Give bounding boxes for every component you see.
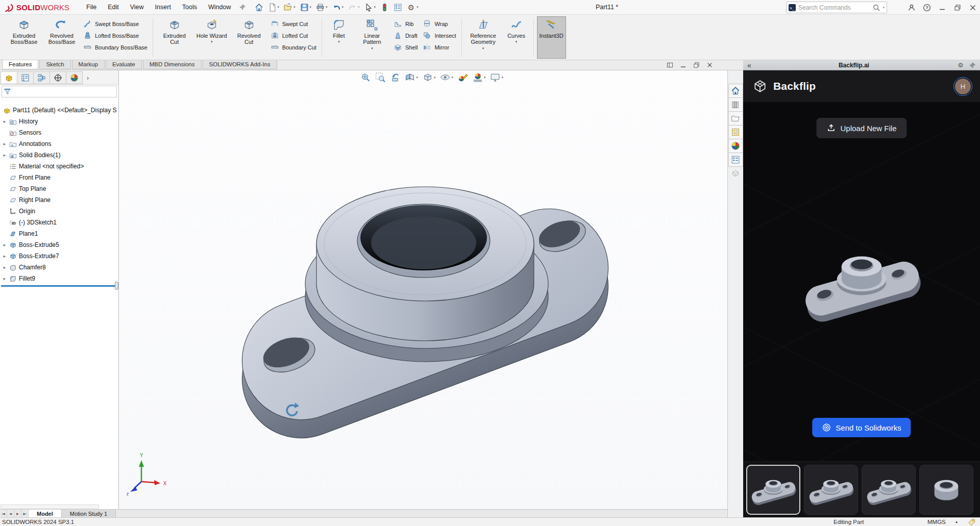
tag-icon[interactable]	[968, 518, 975, 526]
dropdown-caret-icon[interactable]: ▾	[516, 40, 518, 44]
tree-item-top-plane[interactable]: Top Plane	[0, 183, 118, 194]
tree-item-boss-extrude5[interactable]: ▸Boss-Extrude5	[0, 239, 118, 251]
redo-button[interactable]: ▾	[347, 2, 361, 13]
print-button[interactable]: ▾	[314, 2, 329, 13]
settings-button[interactable]: ⚙▾	[405, 2, 420, 13]
part-thumbnail-1[interactable]	[746, 465, 800, 515]
nav-previous-button[interactable]: ◀	[7, 510, 14, 517]
rib-button[interactable]: Rib	[391, 19, 420, 29]
headsup-view-settings-button[interactable]: ▾	[490, 72, 504, 83]
close-document-button[interactable]	[706, 62, 713, 68]
search-input[interactable]	[798, 4, 870, 11]
open-button[interactable]: ▾	[282, 2, 297, 13]
search-icon[interactable]	[872, 4, 880, 12]
tree-horizontal-scrollbar[interactable]	[1, 505, 99, 509]
close-window-button[interactable]	[969, 4, 977, 12]
tab-solidworks-add-ins[interactable]: SOLIDWORKS Add-Ins	[203, 60, 277, 69]
hole-wizard-button[interactable]: Hole Wizard▾	[194, 16, 230, 59]
panel-pin-icon[interactable]	[969, 62, 976, 69]
lofted-boss-base-button[interactable]: Lofted Boss/Base	[81, 31, 150, 40]
search-caret-icon[interactable]: ▾	[883, 6, 885, 10]
tree-item-boss-extrude7[interactable]: ▸Boss-Extrude7	[0, 251, 118, 262]
options-list-button[interactable]	[392, 2, 404, 13]
tree-item-annotations[interactable]: ▸AAnnotations	[0, 138, 118, 149]
user-account-button[interactable]	[908, 4, 916, 12]
tree-tab-displaymanager[interactable]	[66, 71, 83, 84]
extruded-boss-base-button[interactable]: Extruded Boss/Base	[6, 16, 42, 59]
boundary-cut-button[interactable]: Boundary Cut	[268, 42, 318, 52]
tree-tab-featuremanager-tree[interactable]	[1, 71, 17, 84]
tree-filter-field[interactable]	[2, 86, 117, 97]
collapse-panel-icon[interactable]: «	[747, 62, 751, 69]
swept-cut-button[interactable]: Swept Cut	[268, 19, 318, 29]
tree-item-history[interactable]: ▸History	[0, 116, 118, 127]
boundary-boss-base-button[interactable]: Boundary Boss/Base	[81, 42, 150, 52]
part-3d-model[interactable]	[119, 70, 727, 509]
tab-markup[interactable]: Markup	[72, 60, 105, 69]
part-thumbnail-4[interactable]	[919, 465, 973, 515]
dropdown-caret-icon[interactable]: ▾	[502, 76, 504, 80]
rebuild-button[interactable]	[379, 2, 390, 13]
fillet-button[interactable]: Fillet▾	[325, 16, 353, 59]
reference-geometry-button[interactable]: Reference Geometry▾	[465, 16, 502, 59]
rollback-bar[interactable]	[1, 285, 117, 287]
part-thumbnail-2[interactable]	[804, 465, 858, 515]
send-to-solidworks-button[interactable]: Send to Solidworks	[812, 418, 911, 437]
dropdown-caret-icon[interactable]: ▾	[310, 5, 312, 9]
dropdown-caret-icon[interactable]: ▾	[416, 76, 419, 80]
dropdown-caret-icon[interactable]: ▾	[371, 46, 373, 51]
menu-edit[interactable]: Edit	[102, 1, 125, 13]
wrap-button[interactable]: Wrap	[421, 19, 458, 29]
restore-window-button[interactable]	[953, 4, 962, 12]
nav-first-button[interactable]: |◀	[0, 510, 7, 517]
tab-motion-study-1[interactable]: Motion Study 1	[62, 510, 116, 517]
headsup-section-view-button[interactable]: ▾	[405, 72, 419, 83]
shell-button[interactable]: Shell	[391, 42, 420, 52]
tab-features[interactable]: Features	[2, 60, 38, 69]
dropdown-caret-icon[interactable]: ▾	[338, 40, 340, 44]
menu-tools[interactable]: Tools	[177, 1, 203, 13]
expand-arrow-icon[interactable]: ▸	[2, 141, 7, 146]
tree-tabs-expand-button[interactable]: ›	[82, 71, 93, 84]
instant3d-button[interactable]: Instant3D	[537, 16, 566, 59]
headsup-edit-appearance-button[interactable]	[457, 72, 468, 83]
backflip-3d-preview[interactable]: Upload New File Send to Solidworks	[743, 102, 980, 461]
taskpane-home-button[interactable]	[728, 84, 743, 98]
tab-sketch[interactable]: Sketch	[39, 60, 70, 69]
taskpane-appearances-button[interactable]	[728, 139, 743, 153]
expand-arrow-icon[interactable]: ▸	[2, 265, 7, 270]
curves-button[interactable]: Curves▾	[503, 16, 530, 59]
tree-item-plane1[interactable]: Plane1	[0, 228, 118, 239]
help-button[interactable]: ?	[923, 4, 931, 12]
headsup-apply-scene-button[interactable]: ▾	[472, 72, 486, 83]
graphics-area[interactable]: ▾▾▾▾▾ Y X z	[119, 70, 727, 509]
tree-item-chamfer8[interactable]: ▸Chamfer8	[0, 262, 118, 273]
tree-item-front-plane[interactable]: Front Plane	[0, 172, 118, 183]
tree-item-material-not-specified[interactable]: Material <not specified>	[0, 161, 118, 172]
taskpane-file-explorer-button[interactable]	[728, 111, 743, 126]
dropdown-caret-icon[interactable]: ▾	[342, 5, 344, 9]
dropdown-caret-icon[interactable]: ▾	[358, 5, 360, 9]
dropdown-caret-icon[interactable]: ▾	[482, 46, 484, 51]
home-button[interactable]	[253, 2, 265, 13]
dropdown-caret-icon[interactable]: ▾	[326, 5, 328, 9]
taskpane-view-palette-button[interactable]	[728, 125, 743, 139]
dropdown-caret-icon[interactable]: ▾	[416, 5, 419, 9]
extruded-cut-button[interactable]: Extruded Cut	[156, 16, 193, 59]
expand-arrow-icon[interactable]: ▸	[2, 119, 7, 124]
mirror-button[interactable]: Mirror	[421, 42, 458, 52]
headsup-zoom-to-area-button[interactable]	[375, 72, 386, 83]
dropdown-caret-icon[interactable]: ▾	[278, 5, 280, 9]
tab-evaluate[interactable]: Evaluate	[106, 60, 142, 69]
taskpane-design-library-button[interactable]	[728, 97, 743, 112]
tree-tab-dimxpertmanager[interactable]	[50, 71, 66, 84]
restore-document-button[interactable]	[693, 62, 700, 68]
dropdown-caret-icon[interactable]: ▾	[374, 5, 376, 9]
avatar[interactable]: H	[955, 79, 971, 94]
intersect-button[interactable]: Intersect	[421, 31, 458, 40]
expand-arrow-icon[interactable]: ▸	[2, 242, 7, 247]
undo-button[interactable]: ▾	[331, 2, 346, 13]
nav-next-button[interactable]: ▶	[14, 510, 21, 517]
expand-arrow-icon[interactable]: ▸	[2, 254, 7, 259]
tree-tab-configurationmanager[interactable]	[33, 71, 50, 84]
